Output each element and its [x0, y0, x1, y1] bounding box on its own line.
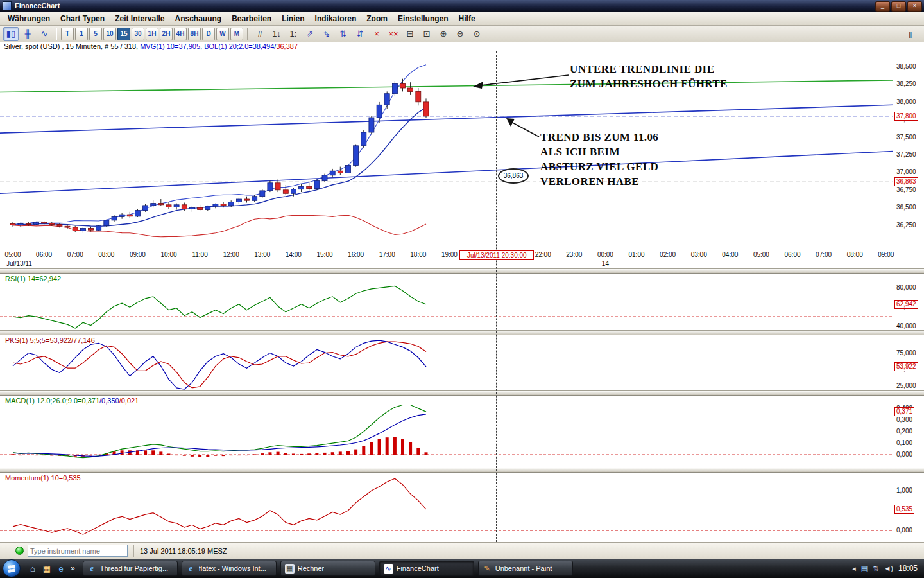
momentum-panel-chart[interactable]: [0, 473, 893, 542]
tray-clock[interactable]: 18:05: [898, 564, 918, 573]
panel-splitter[interactable]: [0, 330, 924, 335]
interval-8h-button[interactable]: 8H: [188, 28, 201, 40]
interval-1h-button[interactable]: 1H: [146, 28, 158, 40]
macd-axis-tick: 0,300: [896, 416, 912, 423]
zoom-out-icon[interactable]: ⊖: [452, 27, 468, 41]
delete-all-lines-icon[interactable]: ××: [386, 27, 401, 41]
chart-icon: ∿: [384, 564, 393, 574]
menu-zeit-intervalle[interactable]: Zeit Intervalle: [110, 13, 169, 24]
zigzag-up-icon[interactable]: ⇗: [302, 27, 318, 41]
time-axis-tick: 17:00: [374, 251, 400, 258]
menu-indikatoren[interactable]: Indikatoren: [310, 13, 362, 24]
statusbar-separator: [133, 545, 134, 557]
print-preview-icon[interactable]: ⊡: [419, 27, 434, 41]
display-settings-icon[interactable]: ▤: [861, 565, 868, 573]
task-button-label: Rechner: [298, 565, 325, 572]
pks-axis-tick: 75,000: [896, 349, 916, 356]
macd-panel-chart[interactable]: [0, 396, 893, 468]
interval-4h-button[interactable]: 4H: [174, 28, 187, 40]
menu-bearbeiten[interactable]: Bearbeiten: [227, 13, 277, 24]
panel-splitter[interactable]: [0, 390, 924, 396]
taskbar-button-financechart[interactable]: ∿FinanceChart: [379, 561, 474, 576]
panel-splitter[interactable]: [0, 468, 924, 473]
annotation-trade-note[interactable]: TREND BIS ZUM 11.06 ALS ICH BEIM ABSTURZ…: [540, 130, 658, 189]
toolbar-separator: [56, 28, 57, 40]
candlestick-chart-icon[interactable]: ▮▯: [3, 27, 19, 41]
taskbar-button-thread-fur-papiertig[interactable]: eThread für Papiertig...: [83, 561, 178, 576]
price-axis-tick: 37,000: [896, 168, 916, 175]
rsi-axis-tick: 80,000: [896, 284, 916, 291]
print-icon[interactable]: ⊟: [402, 27, 418, 41]
line-chart-icon[interactable]: ∿: [37, 27, 52, 41]
delete-line-icon[interactable]: ×: [369, 27, 384, 41]
status-timestamp: 13 Jul 2011 18:05:19 MESZ: [140, 547, 227, 555]
time-axis-tick: 03:00: [686, 251, 712, 258]
close-button[interactable]: ×: [907, 1, 922, 12]
crosshair-datetime-box: Jul/13/2011 20:30:00: [459, 250, 534, 260]
menu-anschauung[interactable]: Anschauung: [170, 13, 227, 24]
pin-icon[interactable]: ⊩: [905, 28, 920, 42]
time-axis-tick: 10:00: [156, 251, 182, 258]
minimize-button[interactable]: _: [875, 1, 890, 12]
stochastic-panel-chart[interactable]: [0, 335, 893, 390]
taskbar-button-flatex-windows-int[interactable]: eflatex - Windows Int...: [182, 561, 277, 576]
interval-15-button[interactable]: 15: [117, 28, 130, 40]
rsi-axis-tick: 60,000: [896, 303, 916, 310]
safely-remove-hardware-icon[interactable]: ⇅: [873, 565, 878, 573]
zigzag-downup-icon[interactable]: ⇵: [352, 27, 368, 41]
taskbar-button-unbenannt-paint[interactable]: ✎Unbenannt - Paint: [478, 561, 573, 576]
info-segment: Silver, spot (USD) , 15 Minuten, # 55 / …: [4, 42, 140, 50]
menu-linien[interactable]: Linien: [277, 13, 309, 24]
time-axis-tick: 02:00: [655, 251, 681, 258]
zigzag-updown-icon[interactable]: ⇅: [336, 27, 351, 41]
taskbar-button-rechner[interactable]: ▦Rechner: [280, 561, 375, 576]
rsi-value-box: 62,942: [894, 300, 918, 309]
menu-zoom[interactable]: Zoom: [361, 13, 393, 24]
zigzag-down-icon[interactable]: ⇘: [319, 27, 334, 41]
interval-10-button[interactable]: 10: [103, 28, 116, 40]
interval-1-button[interactable]: 1: [75, 28, 88, 40]
menu-hilfe[interactable]: Hilfe: [454, 13, 481, 24]
axis-values-icon[interactable]: 1↓: [269, 27, 284, 41]
hide-tray-icons-chevron[interactable]: ◂: [852, 565, 856, 573]
annotation-price-bubble[interactable]: 36,863: [498, 168, 529, 184]
zoom-reset-icon[interactable]: ⊙: [469, 27, 484, 41]
main-price-chart[interactable]: [0, 51, 893, 250]
interval-t-button[interactable]: T: [61, 28, 74, 40]
scale-icon[interactable]: 1:: [286, 27, 301, 41]
system-tray: ◂▤⇅◄) 18:05: [852, 564, 924, 573]
interval-5-button[interactable]: 5: [89, 28, 102, 40]
interval-w-button[interactable]: W: [216, 28, 229, 40]
bar-chart-icon[interactable]: ╫: [20, 27, 35, 41]
moving-average-line: [13, 107, 426, 226]
rsi-panel-chart[interactable]: [0, 274, 893, 330]
annotation-trendline-note[interactable]: UNTERE TRENDLINIE DIE ZUM JAHRESHOCH FÜH…: [570, 62, 728, 91]
interval-m-button[interactable]: M: [230, 28, 243, 40]
task-button-label: FinanceChart: [397, 565, 439, 572]
momentum-value-box: 0,535: [894, 505, 914, 514]
menu-wahrungen[interactable]: Währungen: [3, 13, 55, 24]
volume-icon[interactable]: ◄): [884, 565, 893, 573]
start-button[interactable]: [3, 559, 21, 577]
grid-icon[interactable]: #: [252, 27, 268, 41]
maximize-button[interactable]: □: [891, 1, 906, 12]
momentum-axis-tick: 1,000: [896, 487, 912, 494]
window-controls: _□×: [875, 1, 922, 12]
interval-d-button[interactable]: D: [202, 28, 215, 40]
desktop-icon[interactable]: ⌂: [26, 561, 40, 575]
price-value-box: 37,800: [894, 112, 918, 121]
price-axis-tick: 36,500: [896, 204, 916, 211]
panel-splitter[interactable]: [0, 268, 924, 274]
menu-einstellungen[interactable]: Einstellungen: [393, 13, 454, 24]
menu-chart-typen[interactable]: Chart Typen: [55, 13, 110, 24]
zoom-in-icon[interactable]: ⊕: [436, 27, 451, 41]
explorer-folder-icon[interactable]: ▦: [40, 561, 54, 575]
task-button-label: Unbenannt - Paint: [495, 565, 552, 572]
instrument-search-input[interactable]: [28, 545, 128, 557]
interval-2h-button[interactable]: 2H: [160, 28, 173, 40]
interval-30-button[interactable]: 30: [132, 28, 144, 40]
quick-launch-overflow-chevron[interactable]: »: [71, 564, 75, 573]
task-button-label: Thread für Papiertig...: [100, 565, 168, 572]
momentum-axis-tick: 0,500: [896, 507, 912, 514]
internet-explorer-icon[interactable]: e: [54, 561, 68, 575]
